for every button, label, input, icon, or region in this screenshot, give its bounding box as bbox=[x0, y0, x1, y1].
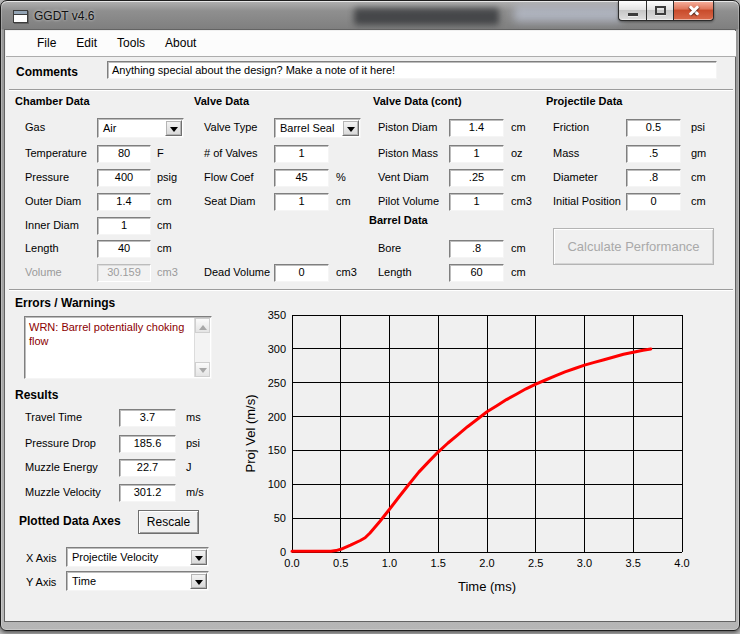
maximize-button[interactable] bbox=[646, 1, 673, 21]
menu-about[interactable]: About bbox=[155, 31, 206, 56]
valve-seat-diam-label: Seat Diam bbox=[204, 195, 255, 207]
rescale-button[interactable]: Rescale bbox=[138, 510, 199, 534]
barrel-length-label: Length bbox=[378, 266, 412, 278]
valve_cont-piston-diam-label: Piston Diam bbox=[378, 121, 437, 133]
chamber-inner-diam-input[interactable]: 1 bbox=[97, 217, 151, 235]
chamber-volume-unit: cm3 bbox=[157, 266, 178, 278]
svg-text:50: 50 bbox=[274, 512, 286, 524]
valve-flow-coef-input[interactable]: 45 bbox=[274, 169, 329, 187]
y-axis-value: Time bbox=[72, 575, 96, 587]
comments-input[interactable]: Anything special about the design? Make … bbox=[107, 61, 717, 79]
calculate-performance-button[interactable]: Calculate Performance bbox=[553, 228, 714, 265]
close-button[interactable] bbox=[673, 1, 714, 21]
valve-of-valves-label: # of Valves bbox=[204, 147, 258, 159]
valve_cont-pilot-volume-label: Pilot Volume bbox=[378, 195, 439, 207]
projectile-friction-input[interactable]: 0.5 bbox=[626, 119, 681, 137]
projectile-friction-label: Friction bbox=[553, 121, 589, 133]
velocity-chart: 0.00.51.01.52.02.53.03.54.00501001502002… bbox=[241, 301, 701, 621]
warning-text: WRN: Barrel potentially choking flow bbox=[29, 320, 191, 348]
chamber-temperature-input[interactable]: 80 bbox=[97, 145, 151, 163]
minimize-button[interactable] bbox=[618, 1, 646, 21]
results-travel-time-unit: ms bbox=[186, 411, 201, 423]
separator bbox=[9, 89, 733, 91]
valve-dead-volume-input[interactable]: 0 bbox=[274, 264, 329, 282]
maximize-icon bbox=[655, 6, 666, 15]
results-muzzle-energy-input[interactable]: 22.7 bbox=[119, 459, 176, 477]
scroll-down-button[interactable] bbox=[195, 362, 210, 377]
projectile-initial-position-unit: cm bbox=[691, 195, 706, 207]
scroll-up-button[interactable] bbox=[195, 318, 210, 333]
chamber-outer-diam-input[interactable]: 1.4 bbox=[97, 193, 151, 211]
warnings-box[interactable]: WRN: Barrel potentially choking flow bbox=[24, 316, 212, 379]
x-axis-select[interactable]: Projectile Velocity bbox=[66, 547, 209, 567]
barrel-length-input[interactable]: 60 bbox=[449, 264, 504, 282]
valve-seat-diam-input[interactable]: 1 bbox=[274, 193, 329, 211]
chevron-down-icon[interactable] bbox=[342, 120, 359, 136]
window-title: GGDT v4.6 bbox=[34, 9, 94, 23]
chevron-down-icon[interactable] bbox=[190, 549, 207, 565]
valve_cont-piston-diam-unit: cm bbox=[511, 121, 526, 133]
chevron-down-icon[interactable] bbox=[190, 573, 207, 589]
separator bbox=[9, 289, 733, 291]
valve_cont-piston-mass-unit: oz bbox=[511, 147, 523, 159]
projectile-diameter-unit: cm bbox=[691, 171, 706, 183]
chamber-temperature-label: Temperature bbox=[25, 147, 87, 159]
valve-valve-type-select[interactable]: Barrel Seal bbox=[274, 118, 361, 138]
x-axis-label: X Axis bbox=[26, 552, 57, 564]
valve-of-valves-input[interactable]: 1 bbox=[274, 145, 329, 163]
chamber-volume-label: Volume bbox=[25, 266, 62, 278]
app-icon bbox=[13, 10, 28, 23]
chamber-pressure-unit: psig bbox=[157, 171, 177, 183]
svg-text:0.5: 0.5 bbox=[333, 557, 348, 569]
results-pressure-drop-input[interactable]: 185.6 bbox=[119, 435, 176, 453]
valve-valve-type-value: Barrel Seal bbox=[280, 122, 334, 134]
svg-text:Proj Vel (m/s): Proj Vel (m/s) bbox=[243, 394, 258, 472]
svg-text:100: 100 bbox=[268, 478, 286, 490]
valve_cont-piston-mass-input[interactable]: 1 bbox=[449, 145, 504, 163]
projectile-diameter-input[interactable]: .8 bbox=[626, 169, 681, 187]
section-title-valve-cont: Valve Data (cont) bbox=[373, 95, 462, 107]
y-axis-select[interactable]: Time bbox=[66, 571, 209, 591]
projectile-mass-input[interactable]: .5 bbox=[626, 145, 681, 163]
valve_cont-pilot-volume-input[interactable]: 1 bbox=[449, 193, 504, 211]
plotted-data-axes-title: Plotted Data Axes bbox=[19, 514, 121, 528]
projectile-initial-position-input[interactable]: 0 bbox=[626, 193, 681, 211]
svg-text:200: 200 bbox=[268, 411, 286, 423]
minimize-icon bbox=[628, 13, 638, 16]
svg-text:1.5: 1.5 bbox=[431, 557, 446, 569]
svg-text:350: 350 bbox=[268, 309, 286, 321]
menu-tools[interactable]: Tools bbox=[107, 31, 155, 56]
valve_cont-piston-diam-input[interactable]: 1.4 bbox=[449, 119, 504, 137]
section-title-barrel: Barrel Data bbox=[369, 214, 428, 226]
comments-label: Comments bbox=[16, 65, 78, 79]
results-title: Results bbox=[15, 388, 58, 402]
section-title-valve: Valve Data bbox=[194, 95, 249, 107]
results-travel-time-input[interactable]: 3.7 bbox=[119, 409, 176, 427]
chamber-inner-diam-label: Inner Diam bbox=[25, 219, 79, 231]
valve_cont-vent-diam-input[interactable]: .25 bbox=[449, 169, 504, 187]
warnings-scrollbar[interactable] bbox=[194, 318, 210, 377]
chamber-gas-select[interactable]: Air bbox=[97, 118, 184, 138]
app-window: GGDT v4.6 FileEditToolsAbout Comments An… bbox=[0, 0, 740, 631]
menu-edit[interactable]: Edit bbox=[66, 31, 107, 56]
barrel-bore-label: Bore bbox=[378, 242, 401, 254]
menu-bar: FileEditToolsAbout bbox=[6, 31, 736, 57]
errors-warnings-title: Errors / Warnings bbox=[15, 296, 115, 310]
barrel-bore-unit: cm bbox=[511, 242, 526, 254]
svg-text:4.0: 4.0 bbox=[674, 557, 689, 569]
menu-file[interactable]: File bbox=[27, 31, 66, 56]
arrow-up-icon bbox=[199, 321, 207, 330]
barrel-bore-input[interactable]: .8 bbox=[449, 240, 504, 258]
results-muzzle-velocity-input[interactable]: 301.2 bbox=[119, 484, 176, 502]
svg-text:3.0: 3.0 bbox=[577, 557, 592, 569]
arrow-down-icon bbox=[199, 368, 207, 377]
chamber-length-input[interactable]: 40 bbox=[97, 240, 151, 258]
chamber-gas-value: Air bbox=[103, 122, 116, 134]
svg-text:0.0: 0.0 bbox=[284, 557, 299, 569]
chevron-down-icon[interactable] bbox=[165, 120, 182, 136]
valve_cont-vent-diam-unit: cm bbox=[511, 171, 526, 183]
results-muzzle-energy-label: Muzzle Energy bbox=[25, 461, 98, 473]
chamber-inner-diam-unit: cm bbox=[157, 219, 172, 231]
section-title-projectile: Projectile Data bbox=[546, 95, 622, 107]
chamber-pressure-input[interactable]: 400 bbox=[97, 169, 151, 187]
